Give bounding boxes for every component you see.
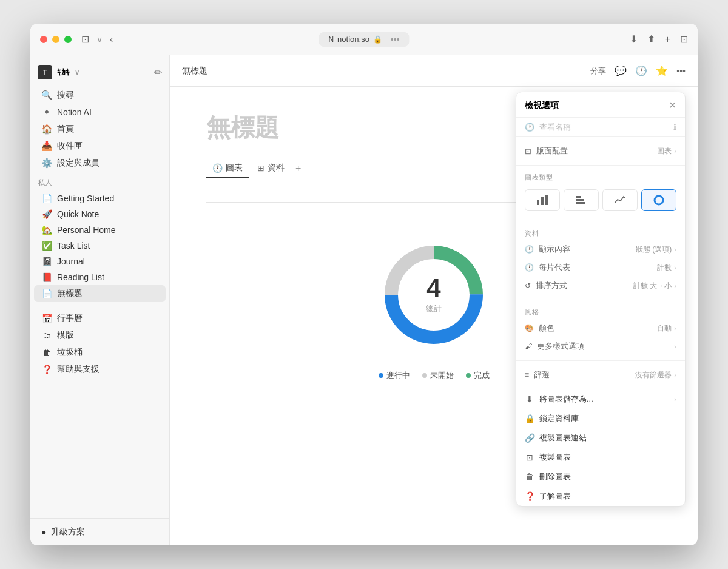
add-view-button[interactable]: + — [293, 161, 303, 177]
filter-row[interactable]: ≡ 篩選 沒有篩選器 › — [525, 366, 676, 384]
minimize-button[interactable] — [52, 36, 59, 43]
sidebar-item-notion-ai[interactable]: ✦ Notion AI — [34, 104, 166, 121]
sidebar-toggle[interactable]: ⊡ ∨ ‹ — [81, 33, 113, 45]
new-page-icon[interactable]: ✏ — [154, 67, 162, 78]
delete-chart-item[interactable]: 🗑 刪除圖表 — [516, 467, 685, 487]
maximize-button[interactable] — [64, 36, 72, 43]
sidebar-item-help[interactable]: ❓ 幫助與支援 — [34, 361, 166, 378]
donut-chart: 4 總計 — [373, 234, 494, 355]
share-button[interactable]: 分享 — [590, 66, 606, 76]
content-area: 無標題 分享 💬 🕐 ⭐ ••• 無標題 🕐 圖表 — [170, 55, 698, 545]
filter-chevron: › — [674, 371, 676, 379]
chart-legend: 進行中 未開始 完成 — [379, 370, 490, 381]
sidebar-notion-ai-label: Notion AI — [57, 107, 92, 117]
donut-center: 4 總計 — [426, 275, 442, 314]
layout-value: 圖表 — [657, 146, 672, 157]
workspace-icon: T — [38, 65, 52, 79]
sidebar-item-personal-home[interactable]: 🏡 Personal Home — [34, 222, 166, 238]
templates-icon: 🗂 — [41, 331, 52, 340]
svg-point-10 — [655, 196, 663, 204]
duplicate-tab-icon[interactable]: ⊡ — [680, 33, 688, 45]
legend-item-in-progress: 進行中 — [379, 370, 410, 381]
workspace-selector[interactable]: T ｷｶｷ ∨ — [38, 65, 79, 79]
sidebar-item-home[interactable]: 🏠 首頁 — [34, 121, 166, 138]
data-section: 資料 🕐 顯示內容 狀態 (選項) › 🕐 — [516, 221, 685, 300]
comment-icon[interactable]: 💬 — [615, 65, 627, 76]
close-button[interactable] — [40, 36, 47, 43]
sidebar-item-untitled[interactable]: 📄 無標題 — [34, 285, 166, 302]
filter-value: 沒有篩選器 — [635, 370, 672, 380]
tab-data[interactable]: ⊞ 資料 — [251, 159, 291, 178]
sort-label: 排序方式 — [536, 280, 567, 291]
panel-search-row: 🕐 ℹ — [516, 118, 685, 137]
panel-search-input[interactable] — [539, 123, 669, 132]
chart-type-donut[interactable] — [641, 189, 676, 211]
chart-type-grid — [525, 184, 676, 216]
learn-chart-item[interactable]: ❓ 了解圖表 — [516, 487, 685, 506]
save-chart-item[interactable]: ⬇ 將圖表儲存為... › — [516, 389, 685, 409]
legend-label-not-started: 未開始 — [430, 370, 454, 381]
tab-chart[interactable]: 🕐 圖表 — [206, 159, 249, 178]
share-icon[interactable]: ⬆ — [647, 33, 655, 45]
sidebar-item-settings[interactable]: ⚙️ 設定與成員 — [34, 155, 166, 172]
legend-item-done: 完成 — [466, 370, 490, 381]
sidebar-item-calendar[interactable]: 📅 行事曆 — [34, 310, 166, 327]
color-row[interactable]: 🎨 顏色 自動 › — [525, 319, 676, 337]
sidebar-item-search[interactable]: 🔍 搜尋 — [34, 87, 166, 104]
upgrade-plan-button[interactable]: ● 升級方案 — [34, 524, 166, 540]
address-bar[interactable]: N notion.so 🔒 ••• — [318, 32, 409, 47]
personal-home-icon: 🏡 — [41, 225, 52, 235]
line-chart-icon — [614, 195, 626, 206]
favorite-icon[interactable]: ⭐ — [656, 65, 668, 76]
style-section-label: 風格 — [525, 305, 676, 317]
chart-tab-label: 圖表 — [226, 163, 243, 173]
sort-value: 計數 大→小 — [633, 281, 672, 291]
panel-menu-items: ⬇ 將圖表儲存為... › 🔒 鎖定資料庫 🔗 複製圖表連結 ⊡ 複製圖 — [516, 389, 685, 506]
getting-started-icon: 📄 — [41, 194, 52, 203]
sort-row[interactable]: ↺ 排序方式 計數 大→小 › — [525, 277, 676, 295]
sidebar-item-templates[interactable]: 🗂 模版 — [34, 327, 166, 344]
per-slice-row[interactable]: 🕐 每片代表 計數 › — [525, 258, 676, 277]
duplicate-chart-item[interactable]: ⊡ 複製圖表 — [516, 448, 685, 467]
chart-type-line[interactable] — [602, 189, 638, 211]
legend-label-done: 完成 — [474, 370, 490, 381]
new-tab-icon[interactable]: + — [665, 34, 670, 45]
panel-close-button[interactable]: ✕ — [669, 99, 676, 111]
lock-database-item[interactable]: 🔒 鎖定資料庫 — [516, 409, 685, 428]
layout-row[interactable]: ⊡ 版面配置 圖表 › — [525, 142, 676, 160]
more-options-icon[interactable]: ••• — [676, 66, 686, 76]
svg-rect-5 — [541, 197, 544, 205]
sidebar-item-task-list[interactable]: ✅ Task List — [34, 238, 166, 254]
sidebar-item-trash[interactable]: 🗑 垃圾桶 — [34, 344, 166, 361]
lock-icon: 🔒 — [373, 35, 382, 44]
calendar-icon: 📅 — [41, 314, 52, 323]
sidebar-item-quick-note[interactable]: 🚀 Quick Note — [34, 206, 166, 222]
chart-type-bar[interactable] — [525, 189, 560, 211]
chevron-down-icon: ∨ — [75, 69, 79, 76]
download-icon[interactable]: ⬇ — [630, 33, 638, 45]
sidebar-home-label: 首頁 — [57, 124, 74, 135]
chart-type-horizontal-bar[interactable] — [564, 189, 599, 211]
sidebar-item-journal[interactable]: 📓 Journal — [34, 254, 166, 269]
copy-chart-link-item[interactable]: 🔗 複製圖表連結 — [516, 428, 685, 448]
search-icon: 🔍 — [41, 90, 52, 101]
inbox-icon: 📥 — [41, 141, 52, 152]
sidebar: T ｷｶｷ ∨ ✏ 🔍 搜尋 ✦ Notion AI 🏠 首頁 📥 收件匣 — [30, 55, 170, 545]
legend-label-in-progress: 進行中 — [386, 370, 410, 381]
settings-icon: ⚙️ — [41, 158, 52, 169]
legend-dot-in-progress — [379, 373, 383, 378]
display-content-row[interactable]: 🕐 顯示內容 狀態 (選項) › — [525, 240, 676, 258]
save-chart-icon: ⬇ — [525, 394, 534, 404]
sidebar-item-reading-list[interactable]: 📕 Reading List — [34, 269, 166, 285]
upgrade-icon: ● — [41, 527, 46, 537]
history-icon[interactable]: 🕐 — [635, 65, 647, 76]
sidebar-item-inbox[interactable]: 📥 收件匣 — [34, 138, 166, 155]
chart-total-number: 4 — [426, 275, 442, 301]
data-tab-label: 資料 — [268, 163, 285, 173]
learn-icon: ❓ — [525, 491, 534, 501]
untitled-icon: 📄 — [41, 289, 52, 298]
main-layout: T ｷｶｷ ∨ ✏ 🔍 搜尋 ✦ Notion AI 🏠 首頁 📥 收件匣 — [30, 55, 698, 545]
more-style-row[interactable]: 🖌 更多樣式選項 › — [525, 337, 676, 355]
sidebar-item-getting-started[interactable]: 📄 Getting Started — [34, 190, 166, 206]
sidebar-help-label: 幫助與支援 — [57, 364, 99, 375]
